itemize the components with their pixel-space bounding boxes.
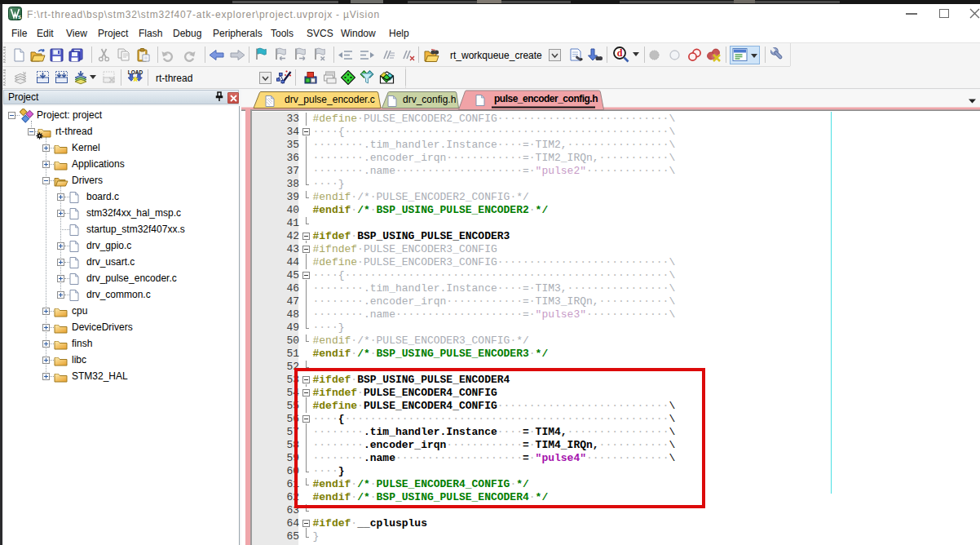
svg-text:d: d <box>617 47 623 59</box>
svg-text:s: s <box>18 14 21 20</box>
